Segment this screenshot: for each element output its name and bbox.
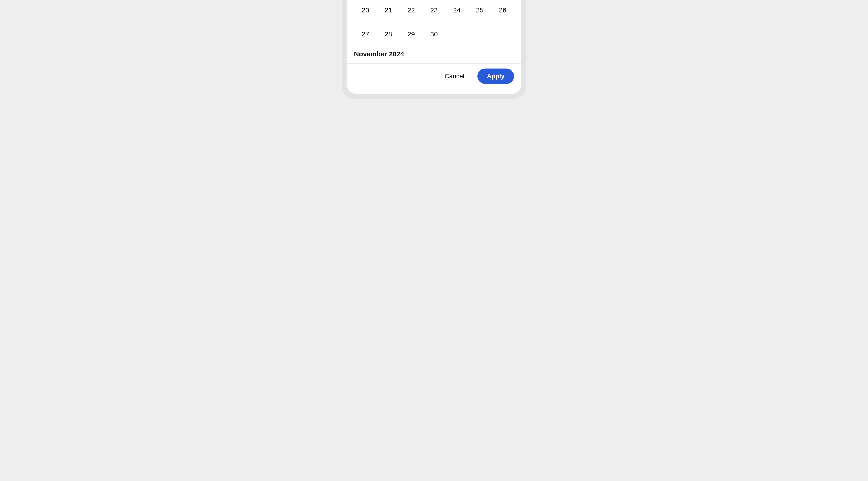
calendar-grid: 6 7 8 9 10 11 12 13 14 15 16 17 18 19 20… xyxy=(354,0,514,46)
calendar-day[interactable]: 21 xyxy=(377,0,400,22)
calendar-day[interactable]: 23 xyxy=(423,0,445,22)
calendar-day-empty xyxy=(491,22,514,46)
calendar-day[interactable]: 25 xyxy=(468,0,491,22)
device-frame: 6 7 8 9 10 11 12 13 14 15 16 17 18 19 20… xyxy=(342,0,526,99)
calendar-day[interactable]: 22 xyxy=(400,0,423,22)
apply-button[interactable]: Apply xyxy=(477,68,514,84)
calendar-day-empty xyxy=(468,22,491,46)
calendar-day[interactable]: 27 xyxy=(354,22,377,46)
calendar-day[interactable]: 24 xyxy=(445,0,468,22)
cancel-button[interactable]: Cancel xyxy=(443,70,466,82)
calendar-day[interactable]: 29 xyxy=(400,22,423,46)
calendar-day[interactable]: 28 xyxy=(377,22,400,46)
calendar-day-empty xyxy=(445,22,468,46)
calendar-day[interactable]: 26 xyxy=(491,0,514,22)
calendar-day[interactable]: 20 xyxy=(354,0,377,22)
next-month-header: November 2024 xyxy=(354,46,514,63)
calendar-body: 6 7 8 9 10 11 12 13 14 15 16 17 18 19 20… xyxy=(347,0,521,63)
footer: Cancel Apply xyxy=(347,64,521,94)
calendar-day[interactable]: 30 xyxy=(423,22,445,46)
device-screen: 6 7 8 9 10 11 12 13 14 15 16 17 18 19 20… xyxy=(347,0,521,94)
